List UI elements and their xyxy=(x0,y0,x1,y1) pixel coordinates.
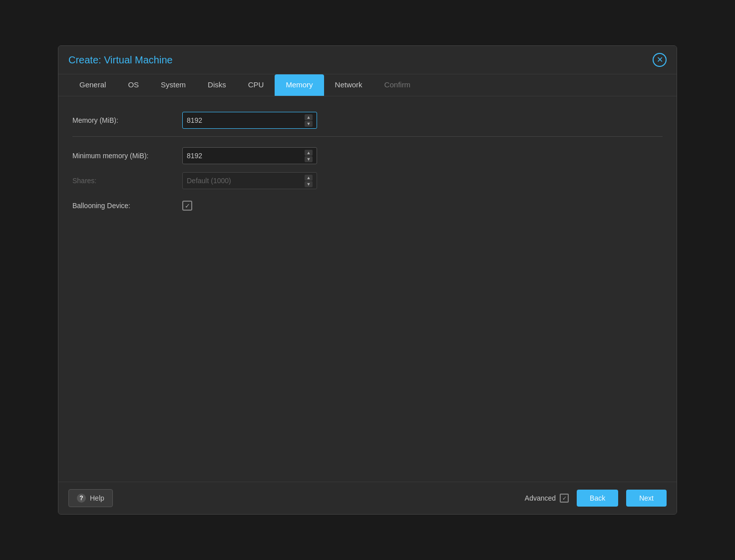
shares-spinner-up[interactable]: ▲ xyxy=(305,175,313,181)
min-memory-spinner: ▲ ▼ xyxy=(305,150,313,162)
memory-value: 8192 xyxy=(187,116,302,124)
help-button[interactable]: ? Help xyxy=(68,489,113,507)
ballooning-row: Ballooning Device: ✓ xyxy=(72,196,663,216)
advanced-checkbox[interactable]: ✓ xyxy=(560,494,569,503)
shares-spinner: ▲ ▼ xyxy=(305,175,313,187)
ballooning-label: Ballooning Device: xyxy=(72,202,182,210)
footer: ? Help Advanced ✓ Back Next xyxy=(58,482,677,514)
memory-spinner-up[interactable]: ▲ xyxy=(305,114,313,120)
shares-value: Default (1000) xyxy=(187,177,302,185)
memory-spinner-down[interactable]: ▼ xyxy=(305,121,313,127)
advanced-text: Advanced xyxy=(525,494,556,502)
shares-input[interactable]: Default (1000) ▲ ▼ xyxy=(182,172,317,189)
ballooning-checkbox[interactable]: ✓ xyxy=(182,201,192,211)
shares-row: Shares: Default (1000) ▲ ▼ xyxy=(72,171,663,191)
min-memory-input[interactable]: 8192 ▲ ▼ xyxy=(182,147,317,164)
tab-network[interactable]: Network xyxy=(324,74,373,96)
tab-system[interactable]: System xyxy=(150,74,197,96)
min-memory-value: 8192 xyxy=(187,152,302,160)
content-area: Memory (MiB): 8192 ▲ ▼ Minimum memory (M… xyxy=(58,96,677,482)
min-memory-spinner-up[interactable]: ▲ xyxy=(305,150,313,156)
tab-general[interactable]: General xyxy=(68,74,117,96)
min-memory-spinner-down[interactable]: ▼ xyxy=(305,156,313,162)
tab-disks[interactable]: Disks xyxy=(197,74,237,96)
advanced-label: Advanced ✓ xyxy=(525,494,569,503)
footer-right: Advanced ✓ Back Next xyxy=(525,490,667,507)
tab-confirm[interactable]: Confirm xyxy=(373,74,422,96)
tab-memory[interactable]: Memory xyxy=(275,74,324,96)
title-bar: Create: Virtual Machine ✕ xyxy=(58,46,677,74)
back-button[interactable]: Back xyxy=(577,490,618,507)
ballooning-checkbox-wrapper: ✓ xyxy=(182,201,192,211)
min-memory-label: Minimum memory (MiB): xyxy=(72,152,182,160)
shares-label: Shares: xyxy=(72,177,182,185)
tab-bar: General OS System Disks CPU Memory Netwo… xyxy=(58,74,677,96)
memory-spinner: ▲ ▼ xyxy=(305,114,313,127)
memory-label: Memory (MiB): xyxy=(72,116,182,124)
tab-cpu[interactable]: CPU xyxy=(237,74,275,96)
memory-input[interactable]: 8192 ▲ ▼ xyxy=(182,112,317,129)
divider xyxy=(72,136,663,137)
shares-spinner-down[interactable]: ▼ xyxy=(305,181,313,187)
min-memory-row: Minimum memory (MiB): 8192 ▲ ▼ xyxy=(72,146,663,166)
tab-os[interactable]: OS xyxy=(117,74,150,96)
help-icon: ? xyxy=(77,494,86,503)
help-label: Help xyxy=(90,494,104,502)
next-button[interactable]: Next xyxy=(626,490,667,507)
dialog-title: Create: Virtual Machine xyxy=(68,54,173,66)
close-button[interactable]: ✕ xyxy=(653,53,667,67)
memory-row: Memory (MiB): 8192 ▲ ▼ xyxy=(72,110,663,130)
create-vm-dialog: Create: Virtual Machine ✕ General OS Sys… xyxy=(58,45,677,515)
